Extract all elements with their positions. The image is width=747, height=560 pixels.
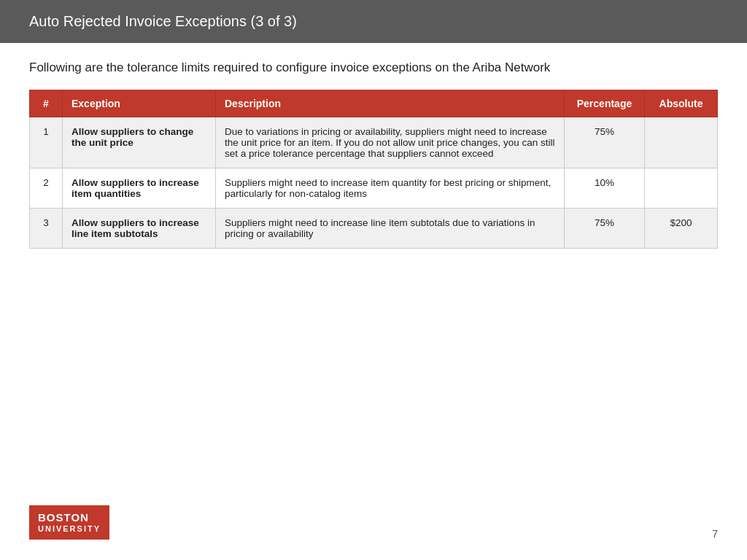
- table-row: 2Allow suppliers to increase item quanti…: [30, 168, 718, 209]
- boston-logo: BOSTON UNIVERSITY: [29, 505, 109, 540]
- page-number: 7: [712, 528, 718, 540]
- cell-percentage: 75%: [565, 209, 645, 249]
- cell-absolute: [645, 168, 718, 209]
- cell-absolute: [645, 117, 718, 168]
- cell-percentage: 10%: [565, 168, 645, 209]
- col-header-num: #: [30, 90, 63, 117]
- slide-title: Auto Rejected Invoice Exceptions (3 of 3…: [29, 13, 718, 30]
- cell-exception: Allow suppliers to increase line item su…: [63, 209, 216, 249]
- cell-absolute: $200: [645, 209, 718, 249]
- col-header-exception: Exception: [63, 90, 216, 117]
- col-header-percentage: Percentage: [565, 90, 645, 117]
- col-header-description: Description: [216, 90, 565, 117]
- footer-logo: BOSTON UNIVERSITY: [29, 505, 109, 540]
- table-row: 3Allow suppliers to increase line item s…: [30, 209, 718, 249]
- cell-description: Due to variations in pricing or availabi…: [216, 117, 565, 168]
- cell-exception: Allow suppliers to increase item quantit…: [63, 168, 216, 209]
- cell-exception: Allow suppliers to change the unit price: [63, 117, 216, 168]
- table-header-row: # Exception Description Percentage Absol…: [30, 90, 718, 117]
- col-header-absolute: Absolute: [645, 90, 718, 117]
- cell-num: 2: [30, 168, 63, 209]
- table-row: 1Allow suppliers to change the unit pric…: [30, 117, 718, 168]
- title-bar: Auto Rejected Invoice Exceptions (3 of 3…: [0, 0, 747, 43]
- exceptions-table: # Exception Description Percentage Absol…: [29, 90, 718, 249]
- logo-text-bottom: UNIVERSITY: [38, 524, 101, 534]
- cell-description: Suppliers might need to increase line it…: [216, 209, 565, 249]
- logo-text-top: BOSTON: [38, 511, 101, 524]
- cell-description: Suppliers might need to increase item qu…: [216, 168, 565, 209]
- slide-container: Auto Rejected Invoice Exceptions (3 of 3…: [0, 0, 747, 560]
- table-wrapper: # Exception Description Percentage Absol…: [0, 90, 747, 249]
- cell-num: 1: [30, 117, 63, 168]
- subtitle-text: Following are the tolerance limits requi…: [0, 61, 747, 75]
- cell-num: 3: [30, 209, 63, 249]
- cell-percentage: 75%: [565, 117, 645, 168]
